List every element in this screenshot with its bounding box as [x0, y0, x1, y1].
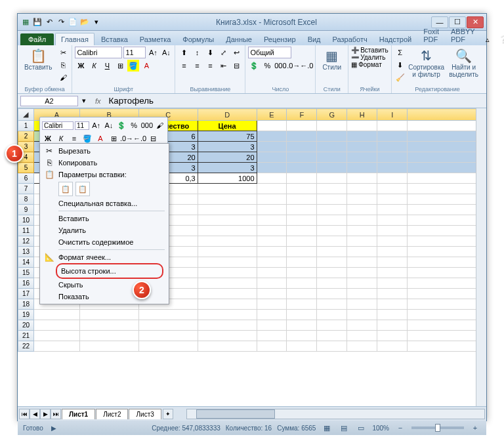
cell[interactable]	[317, 152, 347, 163]
tab-layout[interactable]: Разметка	[135, 33, 177, 45]
row-header[interactable]: 5	[18, 163, 34, 173]
delete-cells-button[interactable]: ➖Удалить	[351, 54, 388, 61]
cell[interactable]	[377, 236, 408, 247]
mini-grow-icon[interactable]: A↑	[91, 119, 102, 131]
sheet-tab[interactable]: Лист3	[129, 409, 161, 419]
tab-developer[interactable]: Разработч	[327, 33, 373, 45]
cell[interactable]	[287, 268, 317, 278]
cell[interactable]	[317, 226, 347, 236]
paste-option-1-icon[interactable]: 📋	[58, 182, 73, 196]
grow-font-icon[interactable]: A↑	[147, 47, 159, 58]
tab-foxit[interactable]: Foxit PDF	[418, 26, 444, 45]
sheet-nav-prev-icon[interactable]: ◀	[30, 409, 40, 419]
cell[interactable]	[287, 278, 317, 289]
align-center-icon[interactable]: ≡	[191, 60, 203, 72]
cell[interactable]	[317, 299, 347, 310]
zoom-out-icon[interactable]: −	[394, 422, 406, 434]
ctx-clear[interactable]: Очистить содержимое	[41, 236, 167, 248]
cell[interactable]	[347, 236, 377, 247]
vertical-scrollbar[interactable]	[476, 108, 486, 406]
percent-icon[interactable]: %	[261, 60, 273, 72]
cell[interactable]	[408, 278, 486, 289]
wrap-text-icon[interactable]: ↩	[230, 47, 242, 58]
ctx-paste-special[interactable]: Специальная вставка...	[41, 198, 167, 209]
col-header[interactable]	[408, 109, 486, 121]
row-header[interactable]: 14	[18, 257, 34, 268]
mini-format-painter-icon[interactable]: 🖌	[154, 119, 165, 131]
cell[interactable]	[287, 299, 317, 310]
cell[interactable]	[287, 142, 317, 152]
cell[interactable]	[347, 142, 377, 152]
align-top-icon[interactable]: ⬆	[178, 47, 190, 58]
cell[interactable]	[347, 331, 377, 341]
cell[interactable]	[317, 268, 347, 278]
cell[interactable]	[287, 173, 317, 184]
row-header[interactable]: 2	[18, 131, 34, 142]
cell[interactable]	[347, 289, 377, 299]
cell[interactable]	[317, 184, 347, 194]
cell[interactable]	[198, 310, 257, 320]
italic-icon[interactable]: К	[88, 60, 100, 72]
cell[interactable]	[317, 236, 347, 247]
qat-more-icon[interactable]: ▾	[91, 17, 102, 28]
cell[interactable]	[79, 341, 138, 352]
cell[interactable]	[408, 341, 486, 352]
zoom-in-icon[interactable]: +	[469, 422, 481, 434]
align-middle-icon[interactable]: ↕	[191, 47, 203, 58]
cell[interactable]	[377, 299, 408, 310]
cell[interactable]	[377, 152, 408, 163]
paste-option-2-icon[interactable]: 📋	[75, 182, 90, 196]
cell[interactable]	[257, 341, 287, 352]
number-format-select[interactable]	[248, 47, 291, 58]
ctx-format-cells[interactable]: 📐Формат ячеек...	[41, 251, 167, 263]
styles-button[interactable]: ▦ Стили	[318, 47, 345, 92]
cell[interactable]	[317, 257, 347, 268]
row-header[interactable]: 21	[18, 331, 34, 341]
name-box[interactable]: A2	[20, 96, 78, 106]
col-header[interactable]: D	[198, 109, 257, 121]
cell[interactable]: 20	[198, 152, 257, 163]
cell[interactable]	[317, 278, 347, 289]
align-right-icon[interactable]: ≡	[204, 60, 216, 72]
merge-icon[interactable]: ⊟	[230, 60, 242, 72]
cell[interactable]: 1000	[198, 173, 257, 184]
cell[interactable]	[347, 131, 377, 142]
align-bottom-icon[interactable]: ⬇	[204, 47, 216, 58]
cell[interactable]	[317, 310, 347, 320]
row-header[interactable]: 8	[18, 194, 34, 205]
row-header[interactable]: 6	[18, 173, 34, 184]
mini-percent-icon[interactable]: %	[129, 119, 140, 131]
view-break-icon[interactable]: ▭	[355, 422, 367, 434]
cell[interactable]	[347, 173, 377, 184]
cell[interactable]	[377, 205, 408, 215]
clear-icon[interactable]: 🧹	[394, 72, 406, 83]
cell[interactable]	[377, 331, 408, 341]
mini-currency-icon[interactable]: 💲	[116, 119, 127, 131]
cell[interactable]	[377, 341, 408, 352]
cell[interactable]	[408, 215, 486, 226]
cell[interactable]	[198, 289, 257, 299]
cell[interactable]	[377, 173, 408, 184]
cell[interactable]	[287, 236, 317, 247]
undo-icon[interactable]: ↶	[44, 17, 54, 28]
tab-data[interactable]: Данные	[220, 33, 257, 45]
cell[interactable]	[257, 236, 287, 247]
cell[interactable]	[377, 184, 408, 194]
macro-icon[interactable]: ▶	[51, 425, 56, 432]
copy-icon[interactable]: ⎘	[57, 59, 69, 71]
file-tab[interactable]: Файл	[20, 33, 54, 45]
cell[interactable]	[408, 331, 486, 341]
cell[interactable]	[287, 331, 317, 341]
cell[interactable]	[287, 194, 317, 205]
tab-insert[interactable]: Вставка	[96, 33, 133, 45]
cell[interactable]	[408, 173, 486, 184]
col-header[interactable]: H	[347, 109, 377, 121]
sheet-nav-next-icon[interactable]: ▶	[40, 409, 51, 419]
indent-dec-icon[interactable]: ⇤	[217, 60, 229, 72]
cell[interactable]	[287, 247, 317, 257]
currency-icon[interactable]: 💲	[248, 60, 260, 72]
cell[interactable]	[33, 320, 79, 331]
cell[interactable]	[317, 331, 347, 341]
shrink-font-icon[interactable]: A↓	[160, 47, 172, 58]
cell[interactable]	[347, 341, 377, 352]
